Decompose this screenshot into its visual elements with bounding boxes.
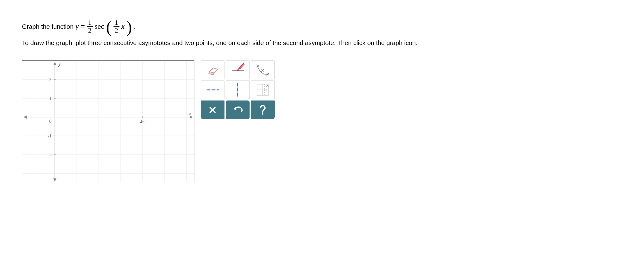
variable-x: x bbox=[121, 20, 125, 32]
question-page: Graph the function y = 1 2 sec ( 1 2 x )… bbox=[0, 0, 644, 196]
question-equation-line: Graph the function y = 1 2 sec ( 1 2 x )… bbox=[22, 19, 622, 34]
coeff-numerator: 1 bbox=[87, 19, 93, 26]
coeff-denominator: 2 bbox=[87, 26, 93, 34]
graph-canvas[interactable]: y x 2 1 0 -1 -2 4π bbox=[22, 60, 194, 183]
eraser-icon bbox=[205, 64, 220, 76]
svg-line-29 bbox=[239, 63, 244, 69]
y-axis-label: y bbox=[58, 62, 61, 67]
y-tick-0: 0 bbox=[49, 119, 51, 124]
horizontal-asymptote-tool[interactable] bbox=[201, 80, 224, 99]
y-tick-neg1: -1 bbox=[48, 134, 52, 138]
graph-curve-icon bbox=[255, 82, 270, 97]
right-paren: ) bbox=[126, 22, 132, 33]
work-area: y x 2 1 0 -1 -2 4π bbox=[22, 60, 622, 183]
svg-marker-17 bbox=[53, 178, 56, 182]
x-tick-4pi: 4π bbox=[140, 120, 145, 124]
svg-marker-60 bbox=[234, 107, 236, 111]
pencil-tool[interactable] bbox=[226, 60, 250, 79]
period: . bbox=[134, 20, 136, 32]
y-tick-2: 2 bbox=[49, 77, 51, 82]
points-curve-tool[interactable] bbox=[251, 60, 275, 79]
vertical-asymptote-tool[interactable] bbox=[226, 80, 250, 99]
question-prefix: Graph the function bbox=[22, 22, 74, 32]
undo-button[interactable] bbox=[226, 100, 250, 119]
variable-y: y bbox=[76, 20, 79, 32]
svg-marker-16 bbox=[53, 62, 56, 65]
svg-point-61 bbox=[262, 113, 264, 115]
pencil-icon bbox=[230, 62, 245, 77]
equals-sign: = bbox=[81, 20, 85, 32]
arg-numerator: 1 bbox=[113, 19, 119, 26]
clear-button[interactable] bbox=[201, 100, 224, 119]
coefficient-fraction: 1 2 bbox=[87, 19, 93, 34]
y-tick-1: 1 bbox=[49, 96, 51, 101]
undo-icon bbox=[232, 106, 243, 114]
horizontal-asymptote-icon bbox=[205, 87, 220, 93]
x-axis-label: x bbox=[189, 111, 191, 116]
coordinate-plane-svg: y x 2 1 0 -1 -2 4π bbox=[22, 61, 194, 183]
argument-fraction: 1 2 bbox=[113, 19, 119, 34]
help-button[interactable] bbox=[251, 100, 275, 119]
left-paren: ( bbox=[106, 22, 111, 33]
points-tool-icon bbox=[255, 62, 270, 77]
graph-curve-tool[interactable] bbox=[251, 80, 275, 99]
svg-marker-15 bbox=[24, 116, 27, 119]
drawing-toolbar bbox=[201, 60, 275, 119]
arg-denominator: 2 bbox=[113, 26, 119, 34]
eraser-tool[interactable] bbox=[201, 60, 224, 79]
help-icon bbox=[259, 105, 267, 115]
function-name: sec bbox=[95, 20, 104, 32]
y-tick-neg2: -2 bbox=[48, 152, 52, 157]
question-instructions: To draw the graph, plot three consecutiv… bbox=[22, 38, 622, 48]
vertical-asymptote-icon bbox=[235, 82, 241, 97]
close-icon bbox=[208, 106, 217, 114]
